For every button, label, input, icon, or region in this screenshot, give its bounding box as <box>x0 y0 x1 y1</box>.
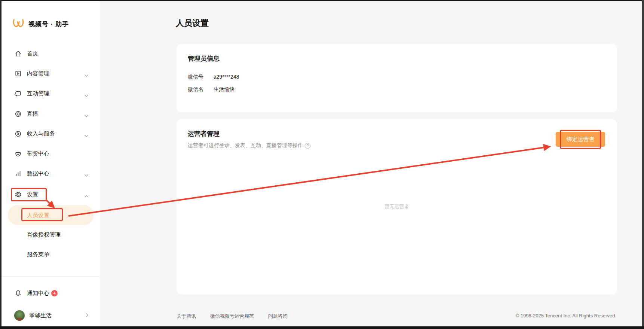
chat-bubble-icon <box>14 90 22 97</box>
copyright-text: © 1998-2025 Tencent Inc. All Rights Rese… <box>516 313 617 319</box>
chevron-down-icon <box>84 72 89 75</box>
footer-links: 关于腾讯 微信视频号运营规范 问题咨询 <box>177 313 288 320</box>
help-icon[interactable] <box>305 143 310 149</box>
wechat-id-row: 微信号 a29****248 <box>188 74 239 80</box>
sidebar-item-income[interactable]: 收入与服务 <box>1 126 100 141</box>
sidebar-item-label: 首页 <box>27 50 38 57</box>
sidebar-subitem-service-menu[interactable]: 服务菜单 <box>1 247 100 262</box>
sidebar-item-live[interactable]: 直播 <box>1 106 100 121</box>
sidebar-item-label: 数据中心 <box>27 170 49 177</box>
window-edge-bottom <box>0 326 644 329</box>
live-rings-icon <box>14 110 22 118</box>
footer-link-faq[interactable]: 问题咨询 <box>268 313 288 320</box>
account-name: 掌够生活 <box>29 312 52 319</box>
wechat-id-label: 微信号 <box>188 74 214 80</box>
sidebar-subitem-label: 服务菜单 <box>27 251 49 258</box>
footer-link-operation-rules[interactable]: 微信视频号运营规范 <box>210 313 254 320</box>
home-icon <box>14 50 22 57</box>
chevron-down-icon <box>84 132 89 135</box>
wechat-id-value: a29****248 <box>214 74 239 80</box>
sidebar-item-notifications[interactable]: 通知中心 4 <box>1 286 100 301</box>
brand-name: 视频号 · 助手 <box>28 20 69 28</box>
chevron-down-icon <box>84 112 89 115</box>
channels-logo-icon <box>13 19 24 29</box>
window-edge-right <box>642 0 644 329</box>
sidebar-item-interaction[interactable]: 互动管理 <box>1 86 100 101</box>
sidebar-item-settings[interactable]: 设置 <box>1 187 100 202</box>
empty-operators-text: 暂无运营者 <box>177 203 617 210</box>
sidebar-item-label: 带货中心 <box>27 150 49 157</box>
shop-bag-icon <box>14 150 22 157</box>
brand-logo: 视频号 · 助手 <box>13 19 69 29</box>
yuan-coin-icon <box>14 130 22 137</box>
bar-chart-icon <box>14 170 22 177</box>
wechat-name-label: 微信名 <box>188 86 214 93</box>
sidebar-item-home[interactable]: 首页 <box>1 46 100 61</box>
sidebar-item-content[interactable]: 内容管理 <box>1 66 100 81</box>
chevron-up-icon <box>84 193 89 196</box>
sidebar-subitem-portrait-auth[interactable]: 肖像授权管理 <box>1 227 100 242</box>
admin-info-card: 管理员信息 微信号 a29****248 微信名 生活愉快 <box>177 44 617 112</box>
avatar <box>14 310 25 321</box>
window-edge-top <box>0 0 644 1</box>
sidebar-subitem-staff-settings[interactable]: 人员设置 <box>8 205 93 225</box>
bell-icon <box>14 289 22 297</box>
footer-link-about-tencent[interactable]: 关于腾讯 <box>177 313 196 320</box>
notification-count-badge: 4 <box>51 290 58 296</box>
chevron-right-icon <box>86 312 89 319</box>
bind-operator-button[interactable]: 绑定运营者 <box>556 132 605 147</box>
wechat-name-row: 微信名 生活愉快 <box>188 86 234 93</box>
sidebar-account[interactable]: 掌够生活 <box>1 308 100 323</box>
sidebar-item-goods[interactable]: 带货中心 <box>1 146 100 161</box>
operator-card-title: 运营者管理 <box>188 130 220 138</box>
sidebar-item-label: 内容管理 <box>27 70 49 77</box>
sidebar-item-label: 设置 <box>27 191 38 198</box>
sidebar-subitem-label: 人员设置 <box>27 211 49 219</box>
chevron-down-icon <box>84 92 89 95</box>
gear-icon <box>14 191 22 198</box>
app-window: 视频号 · 助手 首页 内容管理 <box>0 0 644 329</box>
operator-card: 运营者管理 运营者可进行登录、发表、互动、直播管理等操作 绑定运营者 暂无运营者 <box>177 119 617 295</box>
admin-card-title: 管理员信息 <box>188 54 220 63</box>
page-title: 人员设置 <box>176 18 209 29</box>
wechat-name-value: 生活愉快 <box>214 86 234 93</box>
operator-subtitle-text: 运营者可进行登录、发表、互动、直播管理等操作 <box>188 142 303 149</box>
sidebar-item-label: 收入与服务 <box>27 130 55 137</box>
sidebar-item-label: 通知中心 <box>27 290 49 297</box>
sidebar-item-data[interactable]: 数据中心 <box>1 166 100 181</box>
chevron-down-icon <box>84 172 89 175</box>
window-edge-left <box>0 0 1 329</box>
sidebar-item-label: 互动管理 <box>27 90 49 97</box>
operator-card-subtitle: 运营者可进行登录、发表、互动、直播管理等操作 <box>188 142 310 149</box>
sidebar-divider <box>1 276 100 277</box>
sidebar-subitem-label: 肖像授权管理 <box>27 231 61 238</box>
sidebar-item-label: 直播 <box>27 110 38 118</box>
sidebar: 视频号 · 助手 首页 内容管理 <box>1 1 100 326</box>
content-video-icon <box>14 70 22 77</box>
